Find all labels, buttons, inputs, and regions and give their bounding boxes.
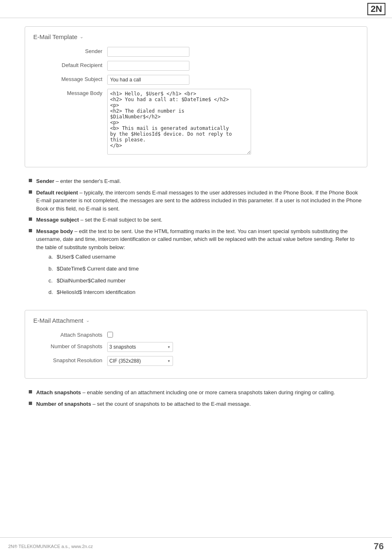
bullet-list-1: Sender – enter the sender's E-mail. Defa… [29,177,363,300]
bullet-section-1: Sender – enter the sender's E-mail. Defa… [25,177,367,300]
chevron-down-icon[interactable]: ⌄ [80,34,83,39]
email-template-section: E-Mail Template ⌄ Sender Default Recipie… [25,26,367,167]
snapshot-resolution-label: Snapshot Resolution [33,356,107,363]
list-item-text: Attach snapshots – enable sending of an … [36,388,335,397]
sub-item-text: $DateTime$ Current date and time [57,265,139,273]
snapshot-resolution-select-wrapper: CIF (352x288) VGA (640x480) HD (1280x720… [107,356,173,366]
number-of-snapshots-row: Number of Snapshots 1 snapshot 2 snapsho… [33,342,359,352]
list-item: Attach snapshots – enable sending of an … [29,388,363,397]
message-subject-label: Message Subject [33,75,107,82]
sub-item-text: $HeliosId$ Intercom identification [57,288,136,297]
sub-marker: b. [48,265,57,273]
bullet-icon [29,229,32,232]
sender-label: Sender [33,47,107,54]
list-item: Default recipient – typically, the inter… [29,189,363,213]
bullet-icon [29,190,32,194]
sub-marker: d. [48,288,57,297]
sender-input[interactable] [107,47,189,57]
attach-snapshots-checkbox[interactable] [107,332,113,338]
sub-item-text: $User$ Called username [57,253,116,261]
page-footer: 2N® TELEKOMUNIKACE a.s., www.2n.cz 76 [0,537,392,555]
attach-snapshots-row: Attach Snapshots [33,331,359,338]
message-body-label: Message Body [33,89,107,96]
email-attachment-section: E-Mail Attachment ⌄ Attach Snapshots Num… [25,310,367,379]
bold-label: Attach snapshots [36,389,81,395]
list-item: Message body – edit the text to be sent.… [29,227,363,301]
page-number: 76 [374,541,384,552]
number-of-snapshots-select-wrapper: 1 snapshot 2 snapshots 3 snapshots 4 sna… [107,342,173,352]
bullet-list-2: Attach snapshots – enable sending of an … [29,388,363,408]
bullet-icon [29,390,32,393]
message-subject-row: Message Subject [33,75,359,85]
chevron-down-icon[interactable]: ⌄ [86,318,90,323]
number-of-snapshots-label: Number of Snapshots [33,342,107,349]
sender-row: Sender [33,47,359,57]
number-of-snapshots-select[interactable]: 1 snapshot 2 snapshots 3 snapshots 4 sna… [107,342,173,352]
sub-list: a.$User$ Called username b.$DateTime$ Cu… [36,253,363,297]
list-item: Sender – enter the sender's E-mail. [29,177,363,185]
list-item: Message subject – set the E-mail subject… [29,216,363,224]
default-recipient-input[interactable] [107,61,189,71]
bold-label: Message body [36,228,73,234]
top-bar: 2N [0,0,392,18]
sub-list-item: b.$DateTime$ Current date and time [48,265,363,273]
email-attachment-title: E-Mail Attachment ⌄ [33,317,359,324]
bold-label: Number of snapshots [36,401,91,407]
list-item: Number of snapshots – set the count of s… [29,400,363,408]
default-recipient-label: Default Recipient [33,61,107,68]
main-content: E-Mail Template ⌄ Sender Default Recipie… [0,18,392,426]
message-body-textarea[interactable]: <h1> Hello, $User$ </h1> <br> <h2> You h… [107,89,251,155]
bullet-icon [29,402,32,405]
bullet-icon [29,217,32,221]
sub-marker: a. [48,253,57,261]
logo: 2N [367,3,385,15]
attach-snapshots-label: Attach Snapshots [33,331,107,338]
bullet-icon [29,179,32,182]
bold-label: Sender [36,178,54,184]
list-item-text: Number of snapshots – set the count of s… [36,400,251,408]
snapshot-resolution-row: Snapshot Resolution CIF (352x288) VGA (6… [33,356,359,366]
sub-list-item: d.$HeliosId$ Intercom identification [48,288,363,297]
list-item-text: Message body – edit the text to be sent.… [36,227,363,301]
footer-copyright: 2N® TELEKOMUNIKACE a.s., www.2n.cz [8,544,93,549]
bold-label: Default recipient [36,190,78,196]
list-item-text: Sender – enter the sender's E-mail. [36,177,121,185]
message-subject-input[interactable] [107,75,189,85]
snapshot-resolution-select[interactable]: CIF (352x288) VGA (640x480) HD (1280x720… [107,356,173,366]
sub-list-item: c.$DialNumber$Called number [48,277,363,285]
list-item-text: Default recipient – typically, the inter… [36,189,363,213]
email-template-title: E-Mail Template ⌄ [33,33,359,40]
sub-marker: c. [48,277,57,285]
message-body-row: Message Body <h1> Hello, $User$ </h1> <b… [33,89,359,155]
default-recipient-row: Default Recipient [33,61,359,71]
bold-label: Message subject [36,217,79,223]
sub-list-item: a.$User$ Called username [48,253,363,261]
list-item-text: Message subject – set the E-mail subject… [36,216,162,224]
sub-item-text: $DialNumber$Called number [57,277,126,285]
bullet-section-2: Attach snapshots – enable sending of an … [25,388,367,408]
